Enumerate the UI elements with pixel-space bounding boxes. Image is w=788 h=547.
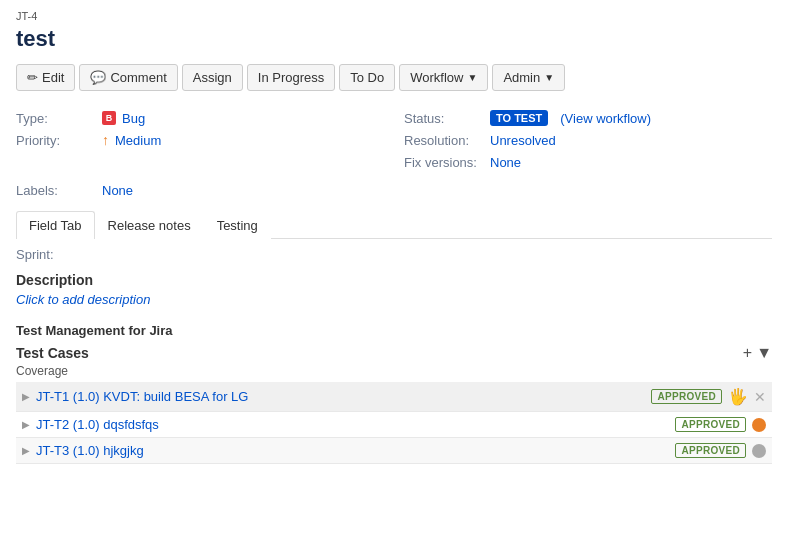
type-icon: B [102, 111, 116, 125]
fix-versions-field-row: Fix versions: None [404, 151, 772, 173]
description-section: Description Click to add description [16, 272, 772, 307]
type-field-row: Type: B Bug [16, 107, 384, 129]
type-value[interactable]: Bug [122, 111, 145, 126]
test-case-link[interactable]: JT-T2 (1.0) dqsfdsfqs [36, 417, 159, 432]
resolution-field-row: Resolution: Unresolved [404, 129, 772, 151]
test-case-left: ▶ JT-T1 (1.0) KVDT: build BESA for LG [22, 389, 248, 404]
status-field-row: Status: TO TEST (View workflow) [404, 107, 772, 129]
test-case-row: ▶ JT-T2 (1.0) dqsfdsfqs APPROVED [16, 412, 772, 438]
approved-badge: APPROVED [651, 389, 722, 404]
labels-row: Labels: None [16, 183, 772, 198]
add-test-case-button[interactable]: + [743, 344, 752, 362]
view-workflow-link[interactable]: (View workflow) [560, 111, 651, 126]
test-cases-actions: + ▼ [743, 344, 772, 362]
status-circle-gray [752, 444, 766, 458]
coverage-label: Coverage [16, 364, 772, 378]
type-label: Type: [16, 111, 96, 126]
test-case-menu-button[interactable]: ▼ [756, 344, 772, 362]
status-badge[interactable]: TO TEST [490, 110, 548, 126]
description-placeholder[interactable]: Click to add description [16, 292, 772, 307]
tab-release-notes[interactable]: Release notes [95, 211, 204, 239]
assign-button[interactable]: Assign [182, 64, 243, 91]
workflow-button[interactable]: Workflow ▼ [399, 64, 488, 91]
test-case-left: ▶ JT-T3 (1.0) hjkgjkg [22, 443, 144, 458]
approved-badge: APPROVED [675, 443, 746, 458]
to-do-button[interactable]: To Do [339, 64, 395, 91]
fix-versions-value[interactable]: None [490, 155, 521, 170]
close-icon[interactable]: ✕ [754, 390, 766, 404]
cursor-hand-icon: 🖐 [728, 387, 748, 406]
chevron-icon[interactable]: ▶ [22, 391, 30, 402]
test-cases-header: Test Cases + ▼ [16, 344, 772, 362]
test-case-link[interactable]: JT-T1 (1.0) KVDT: build BESA for LG [36, 389, 248, 404]
status-circle-orange [752, 418, 766, 432]
test-case-right: APPROVED 🖐 ✕ [651, 387, 766, 406]
edit-icon: ✏ [27, 70, 38, 85]
chevron-icon[interactable]: ▶ [22, 445, 30, 456]
sprint-label: Sprint: [16, 247, 54, 262]
test-case-link[interactable]: JT-T3 (1.0) hjkgjkg [36, 443, 144, 458]
edit-button[interactable]: ✏ Edit [16, 64, 75, 91]
tabs-container: Field Tab Release notes Testing [16, 210, 772, 239]
approved-badge: APPROVED [675, 417, 746, 432]
test-case-left: ▶ JT-T2 (1.0) dqsfdsfqs [22, 417, 159, 432]
in-progress-button[interactable]: In Progress [247, 64, 335, 91]
admin-button[interactable]: Admin ▼ [492, 64, 565, 91]
tab-field-tab[interactable]: Field Tab [16, 211, 95, 239]
test-case-right: APPROVED [675, 417, 766, 432]
test-case-right: APPROVED [675, 443, 766, 458]
labels-value[interactable]: None [102, 183, 133, 198]
resolution-value[interactable]: Unresolved [490, 133, 556, 148]
test-case-row: ▶ JT-T1 (1.0) KVDT: build BESA for LG AP… [16, 382, 772, 412]
sprint-row: Sprint: [16, 247, 772, 262]
labels-label: Labels: [16, 183, 96, 198]
resolution-label: Resolution: [404, 133, 484, 148]
comment-icon: 💬 [90, 70, 106, 85]
workflow-dropdown-icon: ▼ [467, 72, 477, 83]
test-management-section: Test Management for Jira Test Cases + ▼ … [16, 323, 772, 464]
test-management-title: Test Management for Jira [16, 323, 772, 338]
fields-section: Type: B Bug Priority: ↑ Medium Status: T… [16, 107, 772, 173]
test-cases-title: Test Cases [16, 345, 89, 361]
priority-field-row: Priority: ↑ Medium [16, 129, 384, 151]
status-label: Status: [404, 111, 484, 126]
tab-testing[interactable]: Testing [204, 211, 271, 239]
fix-versions-label: Fix versions: [404, 155, 484, 170]
chevron-icon[interactable]: ▶ [22, 419, 30, 430]
admin-dropdown-icon: ▼ [544, 72, 554, 83]
priority-icon: ↑ [102, 132, 109, 148]
priority-label: Priority: [16, 133, 96, 148]
issue-title: test [16, 26, 772, 52]
description-title: Description [16, 272, 772, 288]
issue-id: JT-4 [16, 10, 772, 22]
comment-button[interactable]: 💬 Comment [79, 64, 177, 91]
test-case-row: ▶ JT-T3 (1.0) hjkgjkg APPROVED [16, 438, 772, 464]
priority-value[interactable]: Medium [115, 133, 161, 148]
toolbar: ✏ Edit 💬 Comment Assign In Progress To D… [16, 64, 772, 91]
